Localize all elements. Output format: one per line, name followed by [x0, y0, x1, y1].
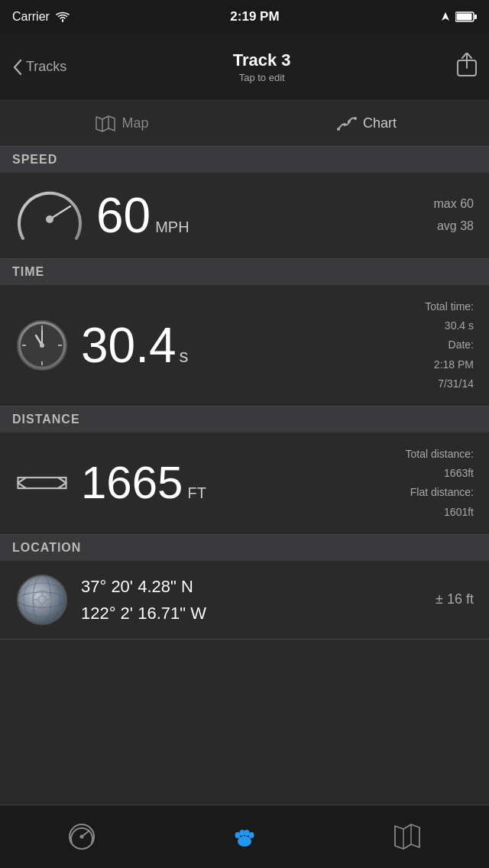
map-tab-icon — [96, 115, 115, 132]
time-section-header: TIME — [0, 259, 489, 285]
back-button[interactable]: Tracks — [12, 59, 66, 76]
distance-section: 1665 FT Total distance: 1663ft Flat dist… — [0, 432, 489, 535]
globe-icon — [15, 573, 69, 627]
total-time-label: Total time: — [425, 297, 474, 316]
view-tabs: Map Chart — [0, 101, 489, 147]
wifi-icon — [56, 11, 70, 22]
speed-unit: MPH — [155, 219, 189, 236]
battery-icon — [455, 11, 477, 22]
tab-chart-label: Chart — [363, 115, 397, 131]
time-section: 30.4 s Total time: 30.4 s Date: 2:18 PM … — [0, 285, 489, 406]
svg-point-33 — [79, 835, 83, 839]
tab-map[interactable]: Map — [0, 101, 244, 146]
date-value: 2:18 PM — [425, 355, 474, 374]
speedometer-tab-icon — [68, 823, 96, 850]
chart-tab-icon — [337, 115, 357, 132]
svg-rect-19 — [18, 478, 66, 488]
nav-subtitle: Tap to edit — [233, 72, 291, 83]
distance-stats: Total distance: 1663ft Flat distance: 16… — [406, 445, 474, 522]
chevron-left-icon — [12, 59, 23, 76]
clock-icon — [15, 319, 69, 372]
svg-rect-1 — [474, 15, 477, 19]
distance-number: 1665 — [81, 460, 183, 506]
location-section: 37° 20' 4.28" N 122° 2' 16.71" W ± 16 ft — [0, 561, 489, 640]
location-arrow-icon — [440, 11, 451, 22]
distance-unit: FT — [187, 484, 206, 502]
speed-stats: max 60 avg 38 — [434, 193, 474, 238]
speed-left: 60 MPH — [15, 185, 189, 246]
distance-value: 1665 FT — [81, 460, 206, 506]
time-value: 30.4 s — [81, 321, 189, 370]
svg-point-5 — [343, 123, 346, 126]
speed-max: max 60 — [434, 193, 474, 215]
speed-section-header: SPEED — [0, 147, 489, 173]
status-right — [440, 11, 477, 22]
speed-section: 60 MPH max 60 avg 38 — [0, 173, 489, 259]
speed-number: 60 — [96, 191, 151, 240]
svg-rect-2 — [456, 14, 471, 21]
back-label: Tracks — [26, 59, 66, 75]
status-bar: Carrier 2:19 PM — [0, 0, 489, 34]
total-dist-value: 1663ft — [406, 464, 474, 483]
nav-title: Track 3 — [233, 50, 291, 70]
svg-point-18 — [40, 343, 44, 348]
time-number: 30.4 — [81, 321, 176, 370]
svg-point-38 — [248, 832, 254, 838]
time-stats: Total time: 30.4 s Date: 2:18 PM 7/31/14 — [425, 297, 474, 394]
date-day: 7/31/14 — [425, 374, 474, 394]
tab-bar-paw[interactable] — [231, 823, 258, 850]
svg-point-6 — [348, 120, 351, 123]
carrier-label: Carrier — [12, 10, 50, 24]
total-dist-label: Total distance: — [406, 445, 474, 464]
location-section-header: LOCATION — [0, 535, 489, 561]
svg-point-34 — [238, 836, 251, 847]
nav-title-block: Track 3 Tap to edit — [233, 50, 291, 83]
svg-point-35 — [235, 832, 240, 838]
time-left: 30.4 s — [15, 319, 189, 372]
distance-section-header: DISTANCE — [0, 406, 489, 432]
status-left: Carrier — [12, 10, 70, 24]
paw-tab-icon — [231, 823, 258, 850]
tab-chart[interactable]: Chart — [244, 101, 489, 146]
flat-dist-value: 1601ft — [406, 503, 474, 522]
tab-bar — [0, 805, 489, 868]
svg-point-7 — [354, 117, 357, 120]
speed-value: 60 MPH — [96, 191, 189, 240]
distance-left: 1665 FT — [15, 460, 206, 506]
tab-bar-map[interactable] — [393, 823, 421, 850]
location-coords: 37° 20' 4.28" N 122° 2' 16.71" W — [81, 573, 206, 627]
date-label: Date: — [425, 335, 474, 355]
share-icon — [457, 53, 477, 77]
tab-bar-speedometer[interactable] — [68, 823, 96, 850]
location-lat: 37° 20' 4.28" N — [81, 573, 206, 600]
tab-map-label: Map — [121, 115, 148, 131]
distance-icon — [15, 460, 69, 506]
svg-point-36 — [239, 830, 244, 836]
location-left: 37° 20' 4.28" N 122° 2' 16.71" W — [15, 573, 206, 627]
location-lon: 122° 2' 16.71" W — [81, 600, 206, 627]
speed-avg: avg 38 — [434, 215, 474, 238]
status-time: 2:19 PM — [230, 9, 279, 24]
time-unit: s — [180, 345, 189, 367]
share-button[interactable] — [457, 53, 477, 82]
svg-point-37 — [244, 830, 249, 836]
nav-bar: Tracks Track 3 Tap to edit — [0, 34, 489, 101]
speedometer-gauge — [15, 185, 84, 246]
location-accuracy: ± 16 ft — [436, 591, 474, 607]
map-tab-bar-icon — [393, 823, 421, 850]
svg-point-4 — [337, 128, 340, 131]
total-time-value: 30.4 s — [425, 316, 474, 335]
svg-point-9 — [46, 215, 53, 223]
flat-dist-label: Flat distance: — [406, 483, 474, 502]
